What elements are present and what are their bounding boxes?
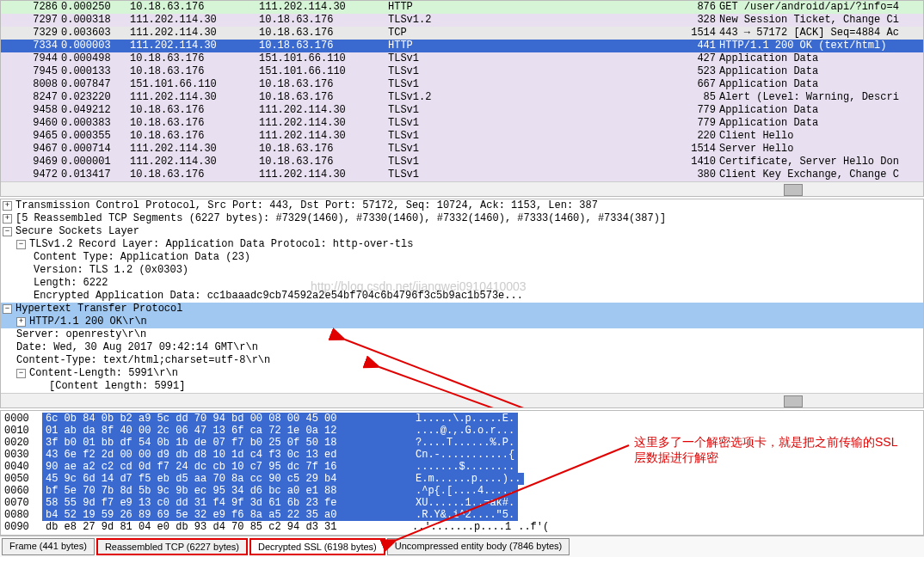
hex-row[interactable]: 0090db e8 27 9d 81 04 e0 db 93 d4 70 85 … — [4, 521, 920, 533]
col-no: 7329 — [18, 27, 61, 40]
packet-row[interactable]: 94650.00035510.18.63.176111.202.114.30TL… — [1, 130, 923, 143]
hex-row[interactable]: 0060bf 5e 70 7b 8d 5b 9c 9b ec 95 34 d6 … — [4, 485, 920, 497]
col-length: 779 — [681, 104, 719, 117]
packet-row[interactable]: 72860.00025010.18.63.176111.202.114.30HT… — [1, 1, 923, 14]
col-length: 441 — [681, 40, 719, 52]
collapse-icon[interactable]: − — [16, 240, 26, 249]
packet-row[interactable]: 82470.023220111.202.114.3010.18.63.176TL… — [1, 91, 923, 104]
tree-version[interactable]: Version: TLS 1.2 (0x0303) — [1, 264, 923, 277]
hex-ascii: ..'.......p....1 — [412, 521, 511, 533]
hex-offset: 0080 — [4, 509, 42, 521]
tree-contenttype[interactable]: Content Type: Application Data (23) — [1, 251, 923, 264]
col-destination: 10.18.63.176 — [259, 14, 388, 27]
hex-bytes: 45 9c 6d 14 d7 f5 eb d5 aa 70 8a cc 90 c… — [42, 473, 412, 485]
tree-http[interactable]: −Hypertext Transfer Protocol — [1, 303, 923, 315]
collapse-icon[interactable]: − — [3, 304, 12, 314]
packet-row[interactable]: 94670.000714111.202.114.3010.18.63.176TL… — [1, 143, 923, 156]
packet-details-pane[interactable]: +Transmission Control Protocol, Src Port… — [0, 199, 924, 408]
col-source: 111.202.114.30 — [130, 156, 259, 168]
col-source: 151.101.66.110 — [130, 78, 259, 91]
hex-ascii: .^p{.[....4..... — [412, 485, 518, 497]
col-time: 0.000714 — [61, 143, 130, 156]
tree-date[interactable]: Date: Wed, 30 Aug 2017 09:42:14 GMT\r\n — [1, 341, 923, 354]
hex-ascii: XU......1..=ak#. — [412, 497, 518, 509]
col-length: 1514 — [681, 27, 719, 40]
col-protocol: TLSv1 — [388, 104, 681, 117]
col-no: 9467 — [18, 143, 61, 156]
hex-row[interactable]: 00006c 0b 84 0b b2 a9 5c dd 70 94 bd 00 … — [4, 413, 920, 425]
packet-row[interactable]: 72970.000318111.202.114.3010.18.63.176TL… — [1, 14, 923, 27]
col-time: 0.000383 — [61, 117, 130, 130]
col-length: 523 — [681, 65, 719, 78]
packet-row[interactable]: 94600.00038310.18.63.176111.202.114.30TL… — [1, 117, 923, 130]
tree-ssl[interactable]: −Secure Sockets Layer — [1, 225, 923, 238]
col-source: 111.202.114.30 — [130, 91, 259, 104]
col-time: 0.007847 — [61, 78, 130, 91]
annotation-text: 这里多了一个解密选项卡，就是把之前传输的SSL层数据进行解密 — [634, 435, 909, 466]
col-source: 10.18.63.176 — [130, 1, 259, 14]
collapse-icon[interactable]: − — [3, 227, 12, 236]
packet-row[interactable]: 73340.000003111.202.114.3010.18.63.176HT… — [1, 40, 923, 52]
tree-clen-val[interactable]: [Content length: 5991] — [1, 380, 923, 393]
col-info: Alert (Level: Warning, Descri — [719, 91, 923, 104]
tab-frame[interactable]: Frame (441 bytes) — [2, 538, 95, 555]
col-protocol: HTTP — [388, 1, 681, 14]
col-info: 443 → 57172 [ACK] Seq=4884 Ac — [719, 27, 923, 40]
col-time: 0.023220 — [61, 91, 130, 104]
col-destination: 111.202.114.30 — [259, 117, 388, 130]
hex-ascii: .......$........ — [412, 461, 518, 473]
packet-list-pane[interactable]: 72860.00025010.18.63.176111.202.114.30HT… — [0, 0, 924, 197]
col-source: 111.202.114.30 — [130, 14, 259, 27]
packet-row[interactable]: 94690.000001111.202.114.3010.18.63.176TL… — [1, 156, 923, 168]
tab-reassembled[interactable]: Reassembled TCP (6227 bytes) — [96, 538, 248, 555]
packet-row[interactable]: 94720.01341710.18.63.176111.202.114.30TL… — [1, 168, 923, 181]
packet-row[interactable]: 73290.003603111.202.114.3010.18.63.176TC… — [1, 27, 923, 40]
tree-server[interactable]: Server: openresty\r\n — [1, 328, 923, 341]
col-no: 9465 — [18, 130, 61, 143]
packet-row[interactable]: 79450.00013310.18.63.176151.101.66.110TL… — [1, 65, 923, 78]
hex-dump-pane[interactable]: 00006c 0b 84 0b b2 a9 5c dd 70 94 bd 00 … — [0, 410, 924, 536]
hex-ascii: ....@.,.G.o.r... — [412, 425, 518, 437]
col-source: 10.18.63.176 — [130, 130, 259, 143]
packet-row[interactable]: 94580.04921210.18.63.176111.202.114.30TL… — [1, 104, 923, 117]
col-length: 1410 — [681, 156, 719, 168]
packet-list-scrollbar[interactable] — [1, 181, 923, 196]
hex-row[interactable]: 005045 9c 6d 14 d7 f5 eb d5 aa 70 8a cc … — [4, 473, 920, 485]
tree-reassembled[interactable]: +[5 Reassembled TCP Segments (6227 bytes… — [1, 212, 923, 225]
col-protocol: TLSv1 — [388, 65, 681, 78]
tree-encrypted[interactable]: Encrypted Application Data: cc1baaadc9cb… — [1, 290, 923, 303]
col-protocol: TLSv1 — [388, 117, 681, 130]
tree-tcp[interactable]: +Transmission Control Protocol, Src Port… — [1, 199, 923, 212]
expand-icon[interactable]: + — [3, 214, 12, 224]
col-info: Server Hello — [719, 143, 923, 156]
hex-row[interactable]: 0080b4 52 19 59 26 89 69 5e 32 e9 f6 8a … — [4, 509, 920, 521]
packet-row[interactable]: 79440.00049810.18.63.176151.101.66.110TL… — [1, 52, 923, 65]
col-protocol: TLSv1.2 — [388, 91, 681, 104]
col-protocol: TLSv1 — [388, 52, 681, 65]
col-info: Application Data — [719, 65, 923, 78]
tree-clen[interactable]: −Content-Length: 5991\r\n — [1, 367, 923, 380]
hex-offset: 0050 — [4, 473, 42, 485]
tree-record[interactable]: −TLSv1.2 Record Layer: Application Data … — [1, 238, 923, 251]
hex-row[interactable]: 007058 55 9d f7 e9 13 c0 dd 31 f4 9f 3d … — [4, 497, 920, 509]
tree-http-status[interactable]: +HTTP/1.1 200 OK\r\n — [1, 315, 923, 328]
expand-icon[interactable]: + — [16, 317, 26, 327]
col-info: Application Data — [719, 117, 923, 130]
col-destination: 111.202.114.30 — [259, 1, 388, 14]
details-scrollbar[interactable] — [1, 393, 923, 407]
col-length: 328 — [681, 14, 719, 27]
col-time: 0.000355 — [61, 130, 130, 143]
tab-decrypted-ssl[interactable]: Decrypted SSL (6198 bytes) — [249, 538, 385, 555]
packet-row[interactable]: 80080.007847151.101.66.11010.18.63.176TL… — [1, 78, 923, 91]
expand-icon[interactable]: + — [3, 201, 12, 211]
tree-length[interactable]: Length: 6222 — [1, 277, 923, 290]
hex-ascii: E.m......p....).. — [412, 473, 524, 485]
col-destination: 10.18.63.176 — [259, 156, 388, 168]
tab-uncompressed[interactable]: Uncompressed entity body (7846 bytes) — [387, 538, 570, 555]
tree-ctype[interactable]: Content-Type: text/html;charset=utf-8\r\… — [1, 354, 923, 367]
collapse-icon[interactable]: − — [16, 369, 26, 378]
col-destination: 10.18.63.176 — [259, 143, 388, 156]
col-destination: 111.202.114.30 — [259, 130, 388, 143]
col-protocol: TLSv1 — [388, 168, 681, 181]
col-time: 0.000133 — [61, 65, 130, 78]
